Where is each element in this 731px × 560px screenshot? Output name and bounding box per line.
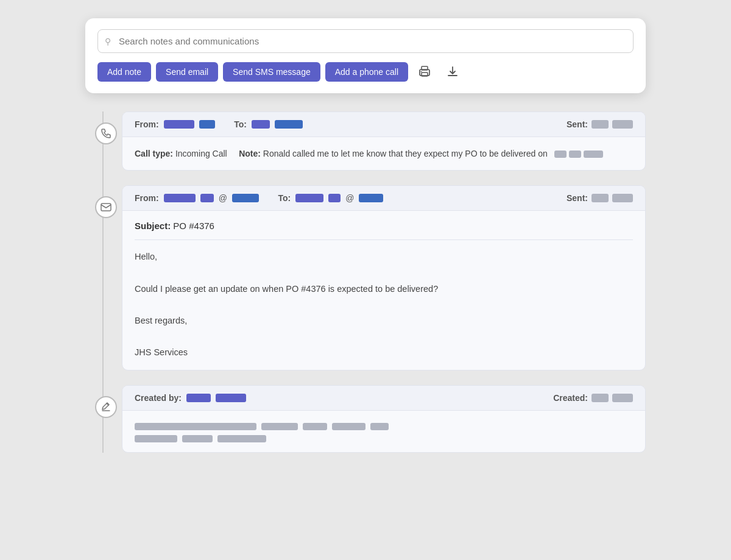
email-to-red-1 bbox=[295, 194, 323, 202]
email-from-red-3 bbox=[232, 194, 259, 202]
email-signature: JHS Services bbox=[135, 344, 633, 360]
sent-redacted-1 bbox=[592, 120, 609, 129]
email-to-red-3 bbox=[359, 194, 383, 202]
note-line-2c bbox=[217, 435, 266, 442]
search-icon: ⚲ bbox=[105, 37, 111, 46]
email-icon-circle bbox=[95, 196, 117, 218]
subject-label: Subject: bbox=[135, 221, 171, 231]
date-redacted-1 bbox=[554, 151, 567, 158]
email-sent-section: Sent: bbox=[567, 193, 633, 203]
send-email-button[interactable]: Send email bbox=[156, 62, 218, 82]
created-by-label: Created by: bbox=[135, 393, 182, 403]
svg-point-3 bbox=[421, 71, 422, 73]
add-note-button[interactable]: Add note bbox=[97, 62, 151, 82]
to-redacted-1 bbox=[252, 120, 270, 129]
created-red-2 bbox=[612, 394, 633, 402]
date-redacted-2 bbox=[569, 151, 581, 158]
call-card-header: From: To: Sent: bbox=[122, 112, 645, 137]
sent-section: Sent: bbox=[567, 119, 633, 129]
add-phone-call-button[interactable]: Add a phone call bbox=[325, 62, 408, 82]
email-card: From: @ To: @ Sent: bbox=[122, 185, 646, 370]
note-line-2a bbox=[135, 435, 177, 442]
at-1: @ bbox=[219, 193, 227, 203]
email-greeting: Hello, bbox=[135, 249, 633, 264]
phone-icon bbox=[101, 128, 111, 139]
search-wrapper: ⚲ bbox=[97, 29, 634, 53]
from-label: From: bbox=[135, 119, 159, 129]
note-line-1b bbox=[261, 423, 298, 430]
call-card-body: Call type: Incoming Call Note: Ronald ca… bbox=[122, 137, 645, 170]
note-line-1a bbox=[135, 423, 256, 430]
date-redacted-3 bbox=[584, 151, 603, 158]
email-from-red-2 bbox=[200, 194, 214, 202]
email-from-label: From: bbox=[135, 193, 159, 203]
timeline: From: To: Sent: bbox=[85, 112, 646, 453]
email-from-red-1 bbox=[164, 194, 196, 202]
email-from-section: From: @ To: @ bbox=[135, 193, 562, 203]
email-sent-red-1 bbox=[592, 194, 609, 202]
call-item: From: To: Sent: bbox=[122, 112, 646, 171]
print-button[interactable] bbox=[413, 62, 436, 82]
note-created-by-section: Created by: bbox=[135, 393, 548, 403]
note-card-body bbox=[122, 411, 645, 452]
note-card-header: Created by: Created: bbox=[122, 386, 645, 411]
note-line-2b bbox=[182, 435, 213, 442]
email-sent-label: Sent: bbox=[567, 193, 588, 203]
search-input[interactable] bbox=[97, 29, 634, 53]
sent-redacted-2 bbox=[612, 120, 633, 129]
edit-icon bbox=[101, 402, 111, 412]
note-value: Ronald called me to let me know that the… bbox=[263, 149, 548, 158]
from-redacted-1 bbox=[164, 120, 194, 129]
to-redacted-2 bbox=[275, 120, 303, 129]
from-redacted-2 bbox=[199, 120, 215, 129]
email-card-body: Subject: PO #4376 Hello, Could I please … bbox=[122, 211, 645, 370]
call-type-value: Incoming Call bbox=[175, 149, 227, 158]
print-icon bbox=[418, 66, 431, 78]
email-sent-red-2 bbox=[612, 194, 633, 202]
note-line-row-2 bbox=[135, 435, 633, 442]
subject-value: PO #4376 bbox=[173, 221, 214, 231]
email-item: From: @ To: @ Sent: bbox=[122, 185, 646, 370]
note-line-row-1 bbox=[135, 423, 633, 430]
email-closing: Best regards, bbox=[135, 313, 633, 328]
to-label: To: bbox=[234, 119, 247, 129]
note-line-1d bbox=[332, 423, 366, 430]
note-line-1c bbox=[303, 423, 327, 430]
creator-red-2 bbox=[216, 394, 246, 402]
note-lines bbox=[135, 420, 633, 442]
note-card: Created by: Created: bbox=[122, 385, 646, 453]
at-2: @ bbox=[345, 193, 354, 203]
call-icon-circle bbox=[95, 122, 117, 144]
call-card: From: To: Sent: bbox=[122, 112, 646, 171]
email-to-label: To: bbox=[278, 193, 291, 203]
note-icon-circle bbox=[95, 396, 117, 418]
main-container: ⚲ Add note Send email Send SMS message A… bbox=[85, 18, 646, 467]
creator-red-1 bbox=[186, 394, 211, 402]
note-item: Created by: Created: bbox=[122, 385, 646, 453]
created-label: Created: bbox=[553, 393, 588, 403]
call-from-section: From: To: bbox=[135, 119, 562, 129]
note-created-section: Created: bbox=[553, 393, 633, 403]
download-icon bbox=[446, 65, 459, 79]
created-red-1 bbox=[592, 394, 609, 402]
toolbar: Add note Send email Send SMS message Add… bbox=[97, 62, 634, 82]
email-body: Hello, Could I please get an update on w… bbox=[135, 249, 633, 360]
call-type-label: Call type: bbox=[135, 149, 173, 158]
sent-label: Sent: bbox=[567, 119, 588, 129]
svg-rect-4 bbox=[101, 204, 111, 211]
search-panel: ⚲ Add note Send email Send SMS message A… bbox=[85, 18, 646, 93]
send-sms-button[interactable]: Send SMS message bbox=[223, 62, 320, 82]
email-content: Could I please get an update on when PO … bbox=[135, 281, 633, 297]
email-card-header: From: @ To: @ Sent: bbox=[122, 186, 645, 211]
note-line-1e bbox=[370, 423, 389, 430]
email-subject: Subject: PO #4376 bbox=[135, 221, 633, 240]
email-icon bbox=[101, 203, 111, 211]
note-label: Note: bbox=[239, 149, 261, 158]
download-button[interactable] bbox=[441, 62, 464, 82]
call-info: Call type: Incoming Call Note: Ronald ca… bbox=[135, 147, 633, 160]
email-to-red-2 bbox=[328, 194, 341, 202]
